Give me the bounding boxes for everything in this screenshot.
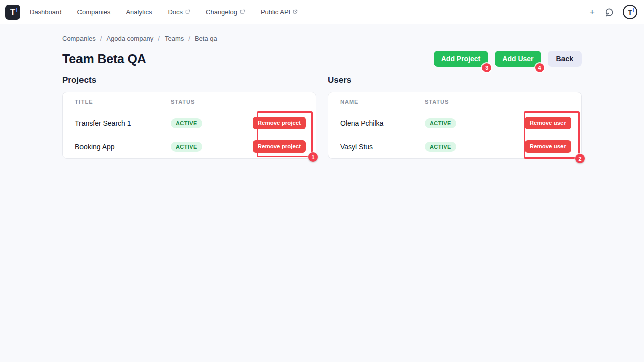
column-header-status: STATUS — [171, 99, 195, 105]
users-table: NAME STATUS Olena Pchilka ACTIVE Remove … — [328, 92, 582, 159]
content-columns: Projects TITLE STATUS Transfer Search 1 … — [62, 75, 582, 159]
navbar-right: + T — [588, 5, 637, 19]
project-status-cell: ACTIVE — [171, 118, 253, 128]
users-table-header: NAME STATUS — [328, 92, 581, 111]
annotation-badge-3: 3 — [482, 63, 491, 72]
breadcrumb-separator: / — [100, 35, 102, 42]
status-badge: ACTIVE — [171, 118, 202, 128]
remove-user-button[interactable]: Remove user — [525, 140, 571, 153]
back-label: Back — [556, 55, 573, 63]
status-badge: ACTIVE — [425, 118, 456, 128]
column-header-title: TITLE — [75, 99, 171, 105]
app-logo-letter: T — [10, 8, 15, 16]
nav-item-label: Public API — [261, 9, 290, 15]
main-content: Companies / Agoda company / Teams / Beta… — [0, 24, 644, 159]
project-row: Booking App ACTIVE Remove project — [63, 135, 316, 158]
top-navbar: T Dashboard Companies Analytics Docs Cha… — [0, 0, 644, 24]
nav-item-label: Analytics — [126, 9, 152, 15]
remove-user-label: Remove user — [530, 143, 566, 149]
add-project-label: Add Project — [441, 55, 481, 63]
breadcrumb-separator: / — [188, 35, 190, 42]
status-badge: ACTIVE — [425, 142, 456, 152]
projects-table-header: TITLE STATUS — [63, 92, 316, 111]
avatar-letter: T — [628, 9, 632, 16]
app-logo[interactable]: T — [5, 5, 20, 20]
nav-item-analytics[interactable]: Analytics — [126, 9, 152, 15]
page-actions: Add Project 3 Add User 4 Back — [434, 51, 582, 67]
breadcrumb: Companies / Agoda company / Teams / Beta… — [62, 35, 582, 42]
breadcrumb-teams[interactable]: Teams — [165, 35, 184, 42]
status-badge: ACTIVE — [171, 142, 202, 152]
nav-item-companies[interactable]: Companies — [77, 9, 111, 15]
project-status-cell: ACTIVE — [171, 142, 253, 152]
external-link-icon — [240, 9, 245, 14]
add-user-label: Add User — [502, 55, 533, 63]
external-link-icon — [293, 9, 298, 14]
projects-table: TITLE STATUS Transfer Search 1 ACTIVE Re… — [62, 92, 316, 159]
projects-heading: Projects — [62, 75, 316, 85]
title-row: Team Beta QA Add Project 3 Add User 4 Ba… — [62, 51, 582, 67]
user-row: Olena Pchilka ACTIVE Remove user — [328, 111, 581, 135]
projects-section: Projects TITLE STATUS Transfer Search 1 … — [62, 75, 316, 159]
remove-user-label: Remove user — [530, 120, 566, 126]
app-logo-accent — [16, 8, 17, 12]
nav-item-changelog[interactable]: Changelog — [206, 9, 245, 15]
nav-item-label: Docs — [168, 9, 183, 15]
breadcrumb-companies[interactable]: Companies — [62, 35, 96, 42]
users-heading: Users — [328, 75, 582, 85]
remove-project-label: Remove project — [258, 120, 301, 126]
user-name: Olena Pchilka — [340, 119, 425, 127]
page-title: Team Beta QA — [62, 52, 146, 66]
column-header-name: NAME — [340, 99, 425, 105]
breadcrumb-separator: / — [158, 35, 160, 42]
annotation-badge-4: 4 — [535, 63, 544, 72]
nav-item-docs[interactable]: Docs — [168, 9, 190, 15]
account-avatar[interactable]: T — [623, 5, 637, 19]
back-button[interactable]: Back — [548, 51, 582, 67]
nav-item-label: Companies — [77, 9, 111, 15]
nav-item-label: Changelog — [206, 9, 237, 15]
project-title: Transfer Search 1 — [75, 119, 171, 127]
breadcrumb-beta-qa[interactable]: Beta qa — [195, 35, 217, 42]
remove-project-label: Remove project — [258, 143, 301, 149]
add-user-button[interactable]: Add User 4 — [495, 51, 541, 67]
user-name: Vasyl Stus — [340, 143, 425, 151]
avatar-accent — [633, 8, 634, 12]
breadcrumb-agoda-company[interactable]: Agoda company — [106, 35, 153, 42]
user-status-cell: ACTIVE — [425, 118, 525, 128]
nav-item-public-api[interactable]: Public API — [261, 9, 298, 15]
users-section: Users NAME STATUS Olena Pchilka ACTIVE R… — [328, 75, 582, 159]
project-row: Transfer Search 1 ACTIVE Remove project — [63, 111, 316, 135]
add-project-button[interactable]: Add Project 3 — [434, 51, 489, 67]
plus-icon[interactable]: + — [588, 7, 596, 18]
remove-user-button[interactable]: Remove user — [525, 117, 571, 129]
remove-project-button[interactable]: Remove project — [253, 140, 306, 153]
user-row: Vasyl Stus ACTIVE Remove user — [328, 135, 581, 158]
nav-item-label: Dashboard — [30, 9, 62, 15]
remove-project-button[interactable]: Remove project — [253, 117, 306, 129]
nav-item-dashboard[interactable]: Dashboard — [30, 9, 62, 15]
main-nav: Dashboard Companies Analytics Docs Chang… — [30, 9, 298, 15]
project-title: Booking App — [75, 143, 171, 151]
support-headset-icon[interactable] — [604, 7, 614, 17]
column-header-status: STATUS — [425, 99, 449, 105]
external-link-icon — [185, 9, 190, 14]
user-status-cell: ACTIVE — [425, 142, 525, 152]
